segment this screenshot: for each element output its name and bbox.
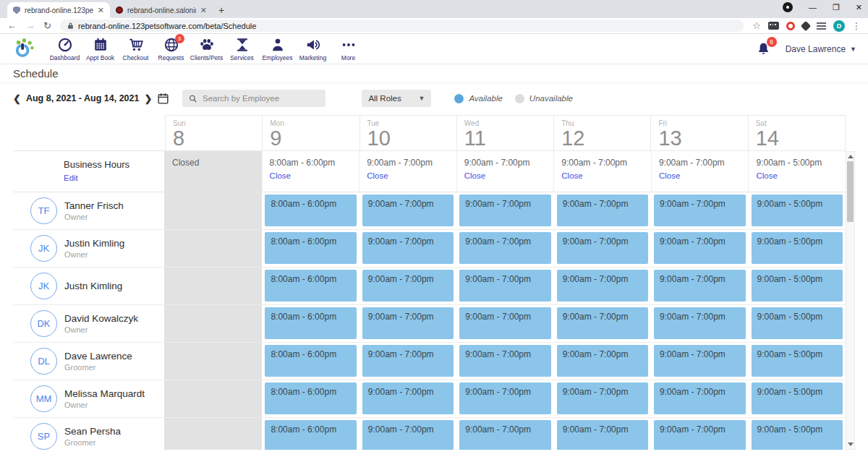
available-shift[interactable]: 9:00am - 7:00pm: [362, 420, 454, 450]
available-shift[interactable]: 9:00am - 7:00pm: [557, 232, 648, 264]
close-day-link[interactable]: Close: [756, 171, 777, 180]
available-shift[interactable]: 9:00am - 7:00pm: [557, 420, 648, 450]
available-shift[interactable]: 9:00am - 5:00pm: [752, 307, 843, 339]
available-shift[interactable]: 9:00am - 7:00pm: [654, 195, 745, 226]
employee-cell[interactable]: DKDavid KowalczykOwner: [13, 305, 165, 342]
close-day-link[interactable]: Close: [659, 171, 680, 180]
reload-icon[interactable]: ↻: [43, 21, 51, 30]
available-shift[interactable]: 9:00am - 7:00pm: [459, 232, 550, 264]
employee-search[interactable]: [182, 90, 326, 107]
forward-icon[interactable]: →: [25, 21, 35, 30]
available-shift[interactable]: 9:00am - 7:00pm: [459, 345, 550, 377]
employee-cell[interactable]: JKJustn Kimling: [13, 268, 165, 304]
available-shift[interactable]: 9:00am - 7:00pm: [362, 307, 454, 339]
nav-item-appt-book[interactable]: Appt Book: [82, 37, 118, 61]
user-menu[interactable]: Dave Lawrence ▼: [786, 44, 856, 54]
available-shift[interactable]: 8:00am - 6:00pm: [265, 195, 356, 226]
app-logo-icon[interactable]: [12, 37, 35, 61]
vertical-scrollbar[interactable]: [846, 151, 855, 450]
available-shift[interactable]: 9:00am - 7:00pm: [654, 345, 745, 377]
available-shift[interactable]: 9:00am - 7:00pm: [557, 345, 648, 377]
search-input[interactable]: [203, 94, 319, 103]
available-shift[interactable]: 9:00am - 7:00pm: [362, 270, 454, 302]
media-controls-icon[interactable]: [783, 2, 793, 12]
available-shift[interactable]: 9:00am - 5:00pm: [752, 420, 843, 450]
employee-cell[interactable]: JKJustin KimlingOwner: [13, 230, 165, 267]
available-shift[interactable]: 9:00am - 7:00pm: [654, 232, 745, 264]
browser-profile-avatar[interactable]: D: [833, 20, 845, 32]
nav-item-requests[interactable]: 3Requests: [153, 37, 189, 61]
availability-cell: 9:00am - 7:00pm: [456, 343, 553, 380]
available-shift[interactable]: 9:00am - 7:00pm: [362, 345, 454, 377]
employee-cell[interactable]: TFTanner FrischOwner: [13, 192, 165, 229]
available-shift[interactable]: 8:00am - 6:00pm: [265, 345, 356, 377]
available-shift[interactable]: 9:00am - 7:00pm: [459, 307, 550, 339]
available-shift[interactable]: 8:00am - 6:00pm: [265, 232, 356, 264]
available-shift[interactable]: 9:00am - 7:00pm: [654, 307, 745, 339]
employee-cell[interactable]: DLDave LawrenceGroomer: [13, 343, 165, 380]
available-shift[interactable]: 9:00am - 5:00pm: [752, 383, 843, 414]
edit-business-hours-link[interactable]: Edit: [64, 174, 78, 182]
available-shift[interactable]: 9:00am - 7:00pm: [362, 383, 454, 414]
available-shift[interactable]: 9:00am - 7:00pm: [654, 383, 745, 414]
available-shift[interactable]: 9:00am - 7:00pm: [654, 270, 745, 302]
calendar-picker-icon[interactable]: [157, 93, 169, 105]
available-shift[interactable]: 8:00am - 6:00pm: [265, 420, 356, 450]
tab-close-icon[interactable]: ✕: [98, 6, 104, 15]
employee-cell[interactable]: SPSean PershaGroomer: [13, 418, 165, 450]
extension-icon-4[interactable]: [817, 22, 826, 30]
available-shift[interactable]: 9:00am - 7:00pm: [362, 195, 454, 226]
nav-item-clients-pets[interactable]: Clients/Pets: [189, 37, 224, 61]
bookmark-star-icon[interactable]: ☆: [752, 21, 761, 30]
scroll-down-icon[interactable]: [848, 443, 854, 446]
available-shift[interactable]: 8:00am - 6:00pm: [265, 383, 356, 414]
new-tab-button[interactable]: +: [218, 4, 224, 16]
browser-menu-icon[interactable]: ⋮: [852, 21, 861, 31]
nav-item-employees[interactable]: Employees: [260, 37, 295, 61]
nav-item-dashboard[interactable]: Dashboard: [47, 37, 82, 61]
available-shift[interactable]: 9:00am - 5:00pm: [752, 345, 843, 377]
available-shift[interactable]: 9:00am - 7:00pm: [459, 420, 550, 450]
scroll-up-icon[interactable]: [848, 155, 854, 158]
extension-icon-1[interactable]: [768, 22, 779, 30]
nav-item-services[interactable]: Services: [224, 37, 260, 61]
available-shift[interactable]: 9:00am - 7:00pm: [557, 195, 648, 226]
available-shift[interactable]: 9:00am - 7:00pm: [557, 383, 648, 414]
scroll-thumb[interactable]: [847, 161, 854, 222]
close-day-link[interactable]: Close: [464, 171, 485, 180]
notifications-button[interactable]: 6: [756, 41, 771, 56]
available-shift[interactable]: 9:00am - 7:00pm: [459, 270, 550, 302]
nav-item-checkout[interactable]: Checkout: [118, 37, 153, 61]
window-close-button[interactable]: ✕: [856, 3, 862, 12]
extension-icon-2[interactable]: [786, 22, 795, 30]
back-icon[interactable]: ←: [7, 21, 17, 30]
address-bar[interactable]: rebrand-online.123petsoftware.com/beta/S…: [60, 20, 744, 32]
close-day-link[interactable]: Close: [561, 171, 582, 180]
available-shift[interactable]: 9:00am - 5:00pm: [752, 232, 843, 264]
tab-close-icon[interactable]: ✕: [200, 6, 207, 15]
close-day-link[interactable]: Close: [270, 171, 291, 180]
prev-week-icon[interactable]: ❮: [13, 93, 21, 104]
available-shift[interactable]: 9:00am - 5:00pm: [752, 270, 843, 302]
next-week-icon[interactable]: ❯: [144, 93, 152, 104]
available-shift[interactable]: 9:00am - 7:00pm: [654, 420, 745, 450]
close-day-link[interactable]: Close: [367, 171, 388, 180]
available-shift[interactable]: 8:00am - 6:00pm: [265, 307, 356, 339]
nav-item-marketing[interactable]: Marketing: [295, 37, 331, 61]
available-shift[interactable]: 9:00am - 7:00pm: [557, 270, 648, 302]
available-shift[interactable]: 9:00am - 7:00pm: [459, 195, 550, 226]
available-shift[interactable]: 9:00am - 7:00pm: [557, 307, 648, 339]
roles-filter-dropdown[interactable]: All Roles ▼: [362, 90, 431, 107]
nav-item-more[interactable]: More: [331, 37, 366, 61]
available-shift[interactable]: 8:00am - 6:00pm: [265, 270, 356, 302]
available-shift[interactable]: 9:00am - 7:00pm: [362, 232, 454, 264]
window-restore-button[interactable]: ❐: [833, 3, 840, 12]
browser-tab-active[interactable]: rebrand-online.123petsoftware.c ✕: [7, 2, 110, 18]
browser-tab-inactive[interactable]: rebrand-online.saloniris.com/be ✕: [110, 2, 213, 18]
window-minimize-button[interactable]: —: [809, 3, 817, 12]
available-shift[interactable]: 9:00am - 7:00pm: [459, 383, 550, 414]
employee-role: Groomer: [64, 438, 121, 447]
extension-icon-3[interactable]: [801, 20, 811, 30]
available-shift[interactable]: 9:00am - 5:00pm: [752, 195, 843, 226]
employee-cell[interactable]: MMMelissa MarquardtOwner: [13, 380, 165, 417]
